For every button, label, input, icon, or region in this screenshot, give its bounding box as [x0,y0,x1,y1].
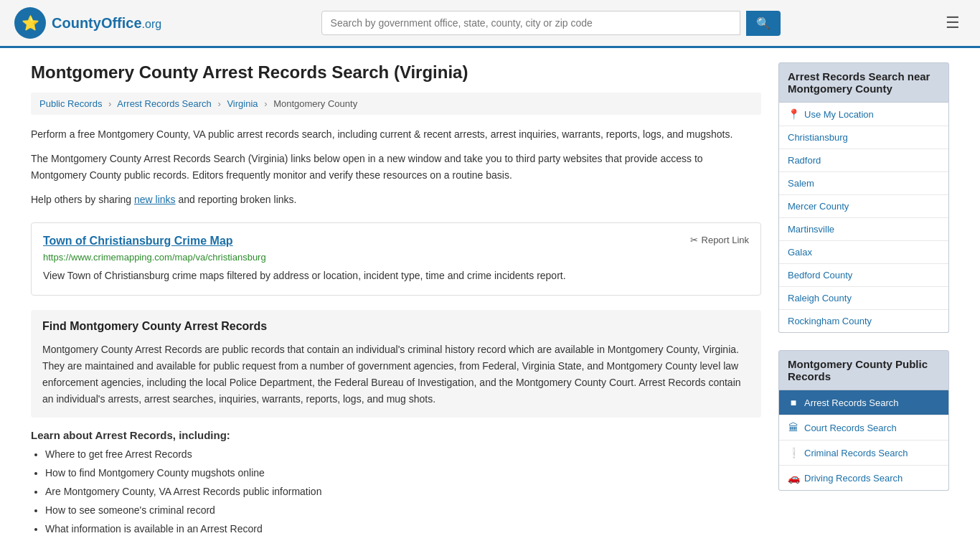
report-link-icon: ✂ [690,235,698,245]
logo-icon: ⭐ [14,7,46,39]
learn-title: Learn about Arrest Records, including: [31,429,761,441]
menu-button[interactable]: ☰ [940,11,966,35]
nearby-link-salem[interactable]: Salem [779,172,948,195]
sidebar-link-court-records[interactable]: 🏛 Court Records Search [779,415,948,441]
public-records-header: Montgomery County Public Records [778,350,949,390]
breadcrumb-arrest-records[interactable]: Arrest Records Search [117,98,212,109]
learn-item: What information is available in an Arre… [45,522,761,537]
sidebar-link-criminal-records[interactable]: ❕ Criminal Records Search [779,441,948,466]
description-2: The Montgomery County Arrest Records Sea… [31,151,761,183]
nearby-link-martinsville[interactable]: Martinsville [779,218,948,241]
sidebar-link-driving-records[interactable]: 🚗 Driving Records Search [779,466,948,490]
nearby-link-rockingham[interactable]: Rockingham County [779,310,948,332]
nearby-link-christiansburg[interactable]: Christiansburg [779,126,948,149]
logo-text: CountyOffice.org [52,15,161,32]
search-input[interactable] [321,11,740,35]
learn-item: How to see someone's criminal record [45,503,761,518]
description-1: Perform a free Montgomery County, VA pub… [31,126,761,142]
nearby-links: 📍 Use My Location Christiansburg Radford… [778,103,949,333]
sidebar: Arrest Records Search near Montgomery Co… [778,62,949,540]
learn-item: How to find Montgomery County mugshots o… [45,466,761,481]
content-area: Montgomery County Arrest Records Search … [31,62,761,540]
search-button[interactable]: 🔍 [746,11,781,36]
criminal-records-icon: ❕ [788,447,799,458]
sidebar-link-arrest-records[interactable]: ■ Arrest Records Search [779,390,948,415]
find-section: Find Montgomery County Arrest Records Mo… [31,310,761,418]
public-records-links: ■ Arrest Records Search 🏛 Court Records … [778,390,949,491]
crime-map-description: View Town of Christiansburg crime maps f… [43,268,749,283]
arrest-records-icon: ■ [788,397,799,408]
crime-map-title[interactable]: Town of Christiansburg Crime Map [43,235,233,248]
public-records-section: Montgomery County Public Records ■ Arres… [778,350,949,491]
report-link-button[interactable]: ✂ Report Link [690,235,749,245]
learn-item: Are Montgomery County, VA Arrest Records… [45,484,761,499]
logo-area: ⭐ CountyOffice.org [14,7,161,39]
breadcrumb-county: Montgomery County [273,98,357,109]
nearby-section: Arrest Records Search near Montgomery Co… [778,62,949,333]
find-section-title: Find Montgomery County Arrest Records [42,320,750,333]
nearby-link-galax[interactable]: Galax [779,241,948,264]
nearby-header: Arrest Records Search near Montgomery Co… [778,62,949,103]
use-my-location-link[interactable]: 📍 Use My Location [779,103,948,126]
site-header: ⭐ CountyOffice.org 🔍 ☰ [0,0,980,48]
breadcrumb: Public Records › Arrest Records Search ›… [31,93,761,115]
description-3: Help others by sharing new links and rep… [31,192,761,207]
page-title: Montgomery County Arrest Records Search … [31,62,761,83]
search-area: 🔍 [321,11,781,36]
learn-item: Where to get free Arrest Records [45,447,761,462]
driving-records-icon: 🚗 [788,472,799,484]
new-links-link[interactable]: new links [134,194,176,205]
learn-list: Where to get free Arrest Records How to … [31,447,761,537]
nearby-link-bedford[interactable]: Bedford County [779,264,948,287]
crime-map-url[interactable]: https://www.crimemapping.com/map/va/chri… [43,252,749,263]
location-pin-icon: 📍 [788,108,800,120]
breadcrumb-virginia[interactable]: Virginia [227,98,258,109]
nearby-link-mercer[interactable]: Mercer County [779,195,948,218]
find-section-body: Montgomery County Arrest Records are pub… [42,342,750,408]
link-card-header: Town of Christiansburg Crime Map ✂ Repor… [43,235,749,248]
breadcrumb-public-records[interactable]: Public Records [39,98,102,109]
nearby-link-radford[interactable]: Radford [779,149,948,172]
nearby-link-raleigh[interactable]: Raleigh County [779,287,948,310]
court-records-icon: 🏛 [788,422,799,433]
main-container: Montgomery County Arrest Records Search … [17,48,963,551]
crime-map-card: Town of Christiansburg Crime Map ✂ Repor… [31,222,761,296]
